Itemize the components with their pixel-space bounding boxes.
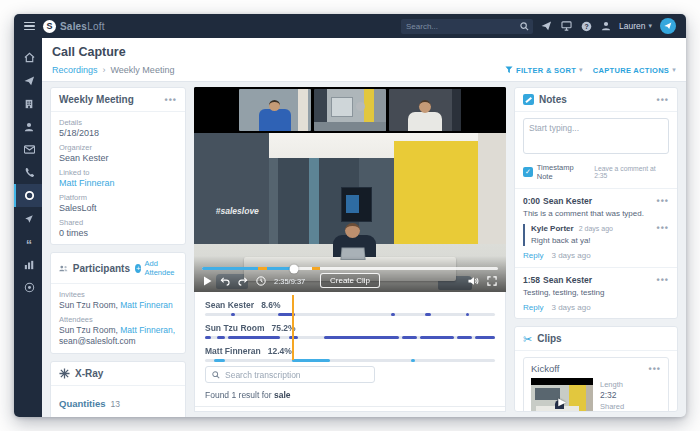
invitees-label: Invitees — [59, 290, 177, 299]
more-icon[interactable]: ••• — [165, 97, 177, 103]
shared-value: 0 times — [59, 228, 177, 238]
rewind-icon[interactable] — [220, 277, 230, 286]
more-icon[interactable]: ••• — [649, 366, 661, 372]
monitor-icon[interactable] — [561, 21, 572, 31]
sidebar-item-compose[interactable] — [14, 207, 42, 230]
comment-text: This is a comment that was typed. — [523, 208, 669, 219]
transcription-search[interactable] — [205, 366, 375, 383]
more-icon[interactable]: ••• — [657, 277, 669, 283]
comment-time[interactable]: 1:58 — [523, 275, 540, 285]
shared-label: Shared — [59, 218, 177, 227]
comment-time[interactable]: 0:00 — [523, 196, 540, 206]
clip-thumbnail[interactable]: ▶ — [531, 378, 593, 412]
sidebar-item-accounts[interactable] — [14, 92, 42, 115]
people-icon — [59, 264, 68, 273]
details-value: 5/18/2018 — [59, 128, 177, 138]
speaker-name: Sean Kester — [205, 300, 254, 310]
speaker-name: Sun Tzu Room — [205, 323, 265, 333]
sidebar-item-live[interactable] — [14, 276, 42, 299]
transcription-panel: Sean Kester8.6% Sun Tzu Room75.2% Matt F… — [194, 292, 506, 412]
comment-ago: 3 days ago — [551, 251, 590, 260]
attendee-link[interactable]: Matt Finneran, — [120, 325, 175, 335]
timeline-track[interactable] — [205, 336, 495, 339]
add-attendee-button[interactable]: + Add Attendee — [135, 259, 177, 277]
xray-item-next-steps[interactable]: Next Steps10 — [59, 415, 177, 417]
create-clip-button[interactable]: Create Clip — [320, 273, 380, 288]
user-icon[interactable] — [601, 21, 611, 31]
svg-text:?: ? — [584, 22, 588, 29]
brand-logo[interactable]: S SalesLoft — [43, 20, 105, 33]
sidebar-item-recordings[interactable] — [14, 184, 42, 207]
shared-label: Shared — [600, 402, 664, 411]
participants-card: Participants + Add Attendee Invitees Sun… — [50, 252, 186, 354]
timeline-playhead[interactable] — [292, 295, 294, 360]
search-icon[interactable] — [520, 22, 529, 31]
person-icon — [24, 122, 34, 132]
participant-video-2[interactable] — [314, 89, 386, 131]
video-time: 2:35/9:37 — [274, 277, 305, 286]
reply-ago: 2 days ago — [579, 225, 613, 232]
xray-item-quantities[interactable]: Quantities13 — [59, 398, 177, 409]
meeting-details-card: Weekly Meeting ••• Details5/18/2018 Orga… — [50, 87, 186, 245]
home-icon — [24, 52, 35, 63]
breadcrumb-recordings[interactable]: Recordings — [52, 65, 98, 75]
participant-video-1[interactable] — [239, 89, 311, 131]
playback-speed-icon[interactable] — [256, 276, 266, 286]
sidebar-item-phone[interactable] — [14, 161, 42, 184]
timeline-track[interactable] — [205, 359, 495, 362]
note-comment: 1:58 Sean Kester ••• Testing, testing, t… — [523, 275, 669, 312]
help-icon[interactable]: ? — [581, 21, 592, 32]
avatar[interactable] — [660, 18, 676, 34]
menu-icon[interactable] — [24, 22, 35, 31]
note-comment: 0:00 Sean Kester ••• This is a comment t… — [523, 196, 669, 260]
timestamp-checkbox[interactable]: ✓ — [523, 167, 533, 177]
more-icon[interactable]: ••• — [657, 198, 669, 204]
funnel-icon — [505, 66, 513, 74]
sidebar-item-email[interactable] — [14, 138, 42, 161]
phone-icon — [24, 167, 35, 178]
filter-sort-button[interactable]: FILTER & SORT▾ — [505, 66, 583, 75]
organizer-label: Organizer — [59, 143, 177, 152]
user-menu[interactable]: Lauren ▾ — [619, 21, 652, 31]
top-navbar: S SalesLoft ? Lauren ▾ — [14, 14, 686, 38]
linked-value-link[interactable]: Matt Finneran — [59, 178, 177, 188]
paper-plane-icon — [24, 76, 35, 86]
forward-icon[interactable] — [238, 277, 248, 286]
transcription-search-input[interactable] — [225, 370, 368, 380]
note-input[interactable] — [523, 118, 669, 154]
sidebar-item-conversations[interactable]: “ — [14, 230, 42, 253]
participant-video-3[interactable] — [389, 89, 461, 131]
timeline-track[interactable] — [205, 313, 495, 316]
reply-button[interactable]: Reply — [523, 303, 543, 312]
target-icon — [24, 282, 35, 293]
reply-button[interactable]: Reply — [523, 251, 543, 260]
sidebar-item-cadence[interactable] — [14, 69, 42, 92]
attendees-label: Attendees — [59, 315, 177, 324]
video-player[interactable]: #saleslove 2:35/ — [194, 87, 506, 292]
notes-icon — [523, 94, 534, 105]
invitee-link[interactable]: Matt Finneran — [120, 300, 172, 310]
left-sidebar: “ — [14, 38, 42, 417]
sidebar-item-analytics[interactable] — [14, 253, 42, 276]
clip-title: Kickoff — [531, 363, 559, 374]
send-icon[interactable] — [541, 21, 552, 31]
sidebar-item-home[interactable] — [14, 46, 42, 69]
attendees-value: Sun Tzu Room, Matt Finneran, sean@salesl… — [59, 325, 177, 347]
reply-author: Kyle Porter — [531, 224, 574, 233]
breadcrumb-current: Weekly Meeting — [111, 65, 175, 75]
sidebar-item-people[interactable] — [14, 115, 42, 138]
capture-actions-button[interactable]: CAPTURE ACTIONS▾ — [593, 66, 676, 75]
transcript-result-row[interactable]: 2:23 Sean Kester: when we talk about sal… — [205, 407, 495, 412]
global-search[interactable] — [401, 19, 533, 34]
xray-title: X-Ray — [75, 368, 103, 379]
page-header: Call Capture Recordings › Weekly Meeting… — [42, 38, 686, 82]
plane-icon — [664, 22, 672, 30]
fullscreen-icon[interactable] — [487, 276, 497, 286]
video-controls: 2:35/9:37 Create Clip — [194, 270, 506, 292]
more-icon[interactable]: ••• — [657, 97, 669, 103]
volume-icon[interactable] — [468, 276, 479, 286]
more-icon[interactable]: ••• — [657, 225, 669, 231]
scissors-icon: ✂ — [523, 334, 532, 344]
search-input[interactable] — [406, 22, 516, 31]
play-button[interactable] — [203, 276, 212, 286]
